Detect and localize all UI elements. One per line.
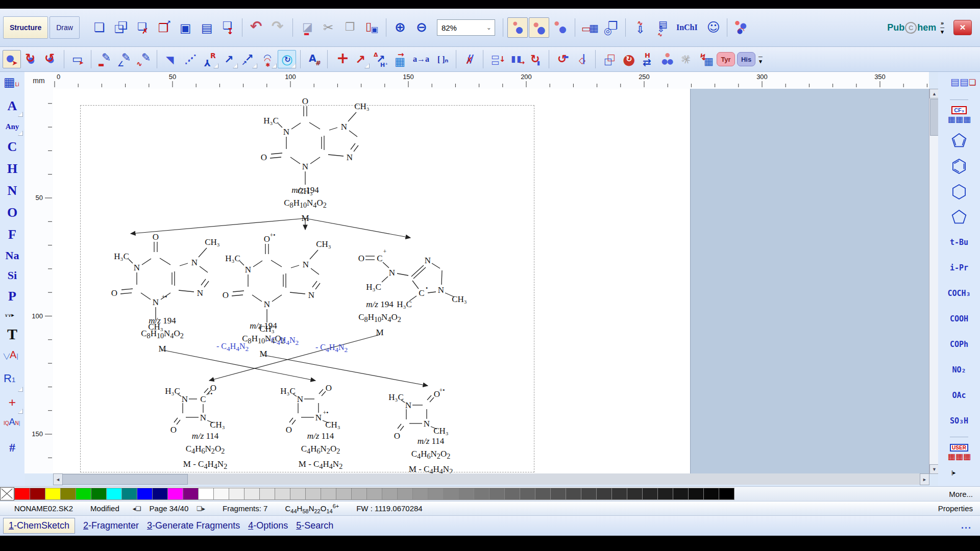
gray-swatch[interactable] (229, 488, 244, 500)
color-swatch[interactable] (30, 488, 45, 500)
gray-swatch[interactable] (550, 488, 566, 500)
color-swatch[interactable] (45, 488, 61, 500)
mirror[interactable]: ◇| (573, 50, 591, 68)
copy[interactable]: ❐ (340, 17, 360, 38)
element-f[interactable]: F (2, 224, 22, 245)
reaction-conditions[interactable]: Δ↗H⁺ (371, 50, 389, 68)
gray-swatch[interactable] (703, 488, 719, 500)
tab-chemsketch[interactable]: 1-ChemSketch (3, 518, 75, 534)
scroll-arrow[interactable]: ► (920, 473, 929, 485)
color-swatch[interactable] (106, 488, 122, 500)
close-document[interactable]: ❏✗ (132, 17, 152, 38)
gray-swatch[interactable] (535, 488, 551, 500)
color-swatch[interactable] (183, 488, 199, 500)
select-move[interactable]: ●➤ (3, 50, 21, 68)
charge-tool[interactable]: + (2, 393, 22, 413)
gray-swatch[interactable] (213, 488, 229, 500)
user-templates[interactable]: USER▦▦▦ (949, 439, 969, 464)
rotate-90[interactable]: ↻▮ (526, 50, 545, 68)
amino-acid-his[interactable]: His (737, 52, 755, 66)
gray-swatch[interactable] (673, 488, 689, 500)
delete-bonds[interactable]: //✗ (460, 50, 479, 68)
template-cyclopentane[interactable] (949, 205, 969, 229)
gray-swatch[interactable] (336, 488, 352, 500)
dictionary[interactable]: ▭▦ (579, 17, 600, 38)
reaction-plus[interactable]: + (332, 50, 350, 68)
gray-swatch[interactable] (688, 488, 704, 500)
tab-structure[interactable]: Structure (3, 16, 48, 39)
periodic-table-button[interactable]: ▦Li (2, 73, 22, 94)
draw-smiley[interactable]: ☺ (702, 17, 723, 38)
erase[interactable]: ◪▬ (297, 17, 317, 38)
group-so3h[interactable]: SO₃H (949, 409, 969, 433)
arrow-tool[interactable]: ↗ (219, 50, 238, 68)
gray-swatch[interactable] (489, 488, 505, 500)
new-document[interactable]: ❏ (89, 17, 109, 38)
color-swatch[interactable] (60, 488, 76, 500)
table-of-radicals[interactable]: ▤▤❏ (949, 74, 969, 95)
table-editor[interactable]: →▦ (390, 50, 408, 68)
text-tool[interactable]: T (2, 323, 22, 345)
split-fragments[interactable]: ✂✂ (677, 50, 696, 68)
atom-atom-mapping[interactable]: a→a (409, 55, 433, 64)
zoom-out[interactable]: ⊖ (412, 17, 432, 38)
template-cyclohexane[interactable] (949, 180, 969, 203)
element-p[interactable]: P (2, 286, 22, 307)
atom-tool-a[interactable]: A (2, 96, 22, 116)
view-overlapped[interactable]: ●● (529, 17, 549, 38)
duplicate-document[interactable]: ❏❏ (110, 17, 131, 38)
reaction-arc[interactable]: ◠◠✱ (258, 50, 277, 68)
redo[interactable]: ↷ (268, 17, 288, 38)
aromatic-ring[interactable]: ○↻ (278, 50, 296, 68)
scroll-thumb[interactable] (930, 99, 939, 136)
r-group-label-tool[interactable]: R1 (2, 370, 22, 391)
gray-swatch[interactable] (290, 488, 306, 500)
reaction-arrow[interactable]: ↗ (351, 50, 370, 68)
gray-swatch[interactable] (351, 488, 367, 500)
color-swatch[interactable] (198, 488, 214, 500)
zoom-in[interactable]: ⊕ (390, 17, 411, 38)
no-color-swatch[interactable] (0, 487, 14, 500)
scroll-arrow[interactable]: ◄ (53, 473, 63, 485)
draw-continuous[interactable]: ✎∠ (115, 50, 133, 68)
gray-swatch[interactable] (366, 488, 382, 500)
gray-swatch[interactable] (259, 488, 275, 500)
cut[interactable]: ✂ (318, 17, 339, 38)
view-single[interactable]: ●● (507, 17, 528, 38)
inchi[interactable]: InChI (672, 23, 702, 32)
color-swatch[interactable] (76, 488, 91, 500)
more-link[interactable]: More... (949, 490, 973, 498)
gray-swatch[interactable] (458, 488, 474, 500)
group-coch3[interactable]: COCH₃ (949, 282, 969, 305)
document-page[interactable]: OH₃CNONCH₃NCH₃NOH₃CNONCH₃NCH₃N+•OH₃CNONC… (53, 89, 691, 473)
pubchem[interactable]: PubChem (885, 22, 938, 34)
atom-numbering[interactable]: A# (305, 50, 323, 68)
element-si[interactable]: Si (2, 266, 22, 285)
flip-top-bottom[interactable]: ▭▭↓ (487, 50, 506, 68)
next-page-icon[interactable]: ❏▸ (197, 505, 205, 512)
gray-swatch[interactable] (412, 488, 428, 500)
gray-swatch[interactable] (504, 488, 520, 500)
tab-generate-fragments[interactable]: 3-Generate Fragments (147, 520, 240, 531)
tab-fragmenter[interactable]: 2-Fragmenter (83, 520, 139, 531)
hashed-wedge-bond[interactable]: ⋰⋰ (181, 50, 199, 68)
r-group-tool[interactable]: YR (200, 50, 218, 68)
gray-swatch[interactable] (275, 488, 290, 500)
flip-left-right[interactable]: ▮▮→ (507, 50, 525, 68)
alias-tool[interactable]: # (2, 438, 22, 457)
close-window[interactable]: ✕ (953, 20, 972, 35)
drawing-canvas[interactable]: OH₃CNONCH₃NCH₃NOH₃CNONCH₃NCH₃N+•OH₃CNONC… (53, 89, 929, 473)
template-cyclopentadiene[interactable] (949, 129, 969, 152)
group-tbu[interactable]: t-Bu (949, 231, 969, 254)
gray-swatch[interactable] (566, 488, 581, 500)
collapse-elements[interactable]: ∨∨▸ (2, 308, 22, 321)
select-rectangle[interactable]: ▭➤ (68, 50, 87, 68)
calculate-properties[interactable]: ▦↯ (697, 50, 715, 68)
view-3d-structure[interactable]: ●●● (658, 50, 676, 68)
element-h[interactable]: H (2, 159, 22, 179)
element-o[interactable]: O (2, 203, 22, 223)
save-document[interactable]: ▣ (175, 17, 195, 38)
open-document[interactable]: ❒↗ (153, 17, 174, 38)
gray-swatch[interactable] (611, 488, 627, 500)
gray-swatch[interactable] (474, 488, 489, 500)
